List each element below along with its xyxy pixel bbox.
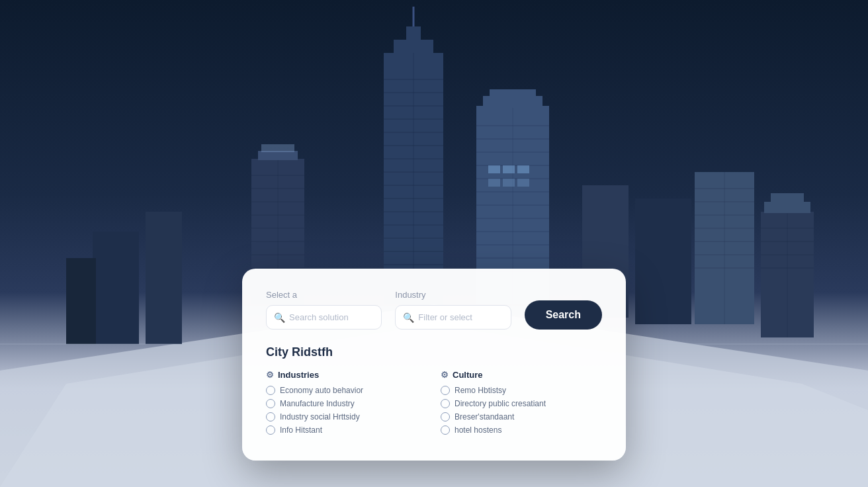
gear-icon-right: ⚙ (441, 370, 449, 380)
search-fields-row: Select a 🔍 Industry 🔍 Search (266, 290, 602, 330)
dot-icon (441, 386, 450, 395)
field-group-industry: Industry 🔍 (395, 290, 511, 330)
left-column-header: ⚙ Industries (266, 370, 427, 380)
svg-rect-4 (406, 26, 421, 46)
svg-rect-54 (635, 199, 691, 324)
list-item[interactable]: Economy auto behavior (266, 384, 427, 397)
industry-input-wrapper: 🔍 (395, 305, 511, 330)
dot-icon (441, 412, 450, 421)
svg-rect-75 (488, 179, 500, 187)
gear-icon-left: ⚙ (266, 370, 274, 380)
svg-rect-72 (488, 165, 500, 173)
list-item[interactable]: hotel hostens (441, 423, 602, 437)
search-card: Select a 🔍 Industry 🔍 Search City Ridstf… (242, 269, 626, 461)
svg-rect-48 (258, 151, 298, 160)
list-item[interactable]: Directory public cresatiant (441, 397, 602, 410)
list-item[interactable]: Industry social Hrttsidy (266, 410, 427, 423)
svg-rect-36 (483, 96, 542, 108)
svg-rect-77 (517, 179, 529, 187)
dot-icon (266, 399, 275, 408)
search-icon-industry: 🔍 (403, 312, 414, 323)
section-title: City Ridstfh (266, 345, 602, 359)
dot-icon (266, 425, 275, 435)
dot-icon (266, 386, 275, 395)
categories-grid: ⚙ Industries Economy auto behavior Manuf… (266, 370, 602, 437)
field-group-solution: Select a 🔍 (266, 290, 382, 330)
right-column: ⚙ Culture Remo Hbtistsy Directory public… (441, 370, 602, 437)
dot-icon (266, 412, 275, 421)
svg-rect-70 (764, 202, 810, 213)
field-label-solution: Select a (266, 290, 382, 300)
svg-rect-52 (146, 212, 182, 344)
right-column-header: ⚙ Culture (441, 370, 602, 380)
svg-rect-76 (503, 179, 515, 187)
svg-rect-50 (93, 232, 139, 344)
solution-input-wrapper: 🔍 (266, 305, 382, 330)
left-column: ⚙ Industries Economy auto behavior Manuf… (266, 370, 427, 437)
list-item[interactable]: Manufacture Industry (266, 397, 427, 410)
dot-icon (441, 399, 450, 408)
svg-rect-49 (261, 144, 294, 152)
svg-rect-71 (771, 193, 804, 202)
list-item[interactable]: Remo Hbtistsy (441, 384, 602, 397)
field-label-industry: Industry (395, 290, 511, 300)
search-icon-solution: 🔍 (274, 312, 285, 323)
list-item[interactable]: Info Hitstant (266, 423, 427, 437)
svg-rect-74 (517, 165, 529, 173)
dot-icon (441, 425, 450, 435)
svg-rect-73 (503, 165, 515, 173)
svg-rect-37 (490, 89, 536, 97)
list-item[interactable]: Breser'standaant (441, 410, 602, 423)
svg-rect-51 (66, 258, 96, 344)
search-button[interactable]: Search (525, 300, 602, 330)
